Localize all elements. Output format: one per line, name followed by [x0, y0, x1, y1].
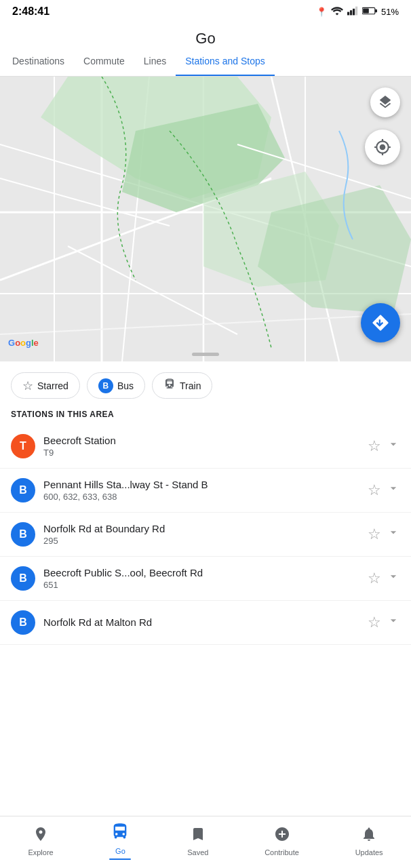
- station-name: Norfolk Rd at Malton Rd: [43, 616, 359, 628]
- nav-item-go[interactable]: Go: [109, 822, 131, 860]
- chip-starred-label: Starred: [37, 380, 68, 391]
- tabs-bar: Destinations Commute Lines Stations and …: [0, 47, 411, 77]
- google-logo: Google: [8, 338, 39, 348]
- svg-rect-3: [355, 6, 357, 15]
- tab-lines[interactable]: Lines: [134, 47, 176, 77]
- nav-saved-label: Saved: [187, 848, 208, 856]
- go-icon: [111, 822, 130, 845]
- chip-train[interactable]: Train: [152, 372, 212, 399]
- nav-item-updates[interactable]: Updates: [355, 826, 383, 856]
- updates-icon: [361, 826, 377, 846]
- chip-starred[interactable]: ☆ Starred: [11, 372, 80, 399]
- expand-button[interactable]: [387, 526, 400, 543]
- app-title: Go: [0, 23, 411, 47]
- location-icon: 📍: [316, 7, 327, 17]
- station-sub: 295: [43, 536, 359, 546]
- svg-rect-6: [363, 8, 369, 13]
- station-actions: ☆: [368, 481, 400, 499]
- nav-go-label: Go: [115, 847, 125, 855]
- map-svg: 🎓: [0, 77, 411, 361]
- star-button[interactable]: ☆: [368, 614, 381, 631]
- station-actions: ☆: [368, 614, 400, 631]
- station-icon-train: T: [11, 434, 35, 458]
- map-area[interactable]: 🎓 Google: [0, 77, 411, 361]
- station-actions: ☆: [368, 570, 400, 587]
- map-drag-handle[interactable]: [192, 353, 219, 356]
- star-button[interactable]: ☆: [368, 570, 381, 587]
- station-name: Pennant Hills Sta...lway St - Stand B: [43, 479, 359, 490]
- star-button[interactable]: ☆: [368, 481, 381, 499]
- chip-train-label: Train: [180, 380, 201, 391]
- filter-chips: ☆ Starred B Bus Train: [0, 361, 411, 407]
- station-info: Pennant Hills Sta...lway St - Stand B 60…: [43, 479, 359, 502]
- tab-stations[interactable]: Stations and Stops: [176, 47, 275, 77]
- station-item: B Norfolk Rd at Boundary Rd 295 ☆: [0, 513, 411, 557]
- nav-item-saved[interactable]: Saved: [187, 826, 208, 856]
- nav-active-indicator: [109, 859, 131, 860]
- svg-rect-2: [353, 8, 355, 15]
- station-item: B Pennant Hills Sta...lway St - Stand B …: [0, 469, 411, 513]
- nav-item-contribute[interactable]: Contribute: [265, 826, 299, 856]
- station-info: Beecroft Station T9: [43, 435, 359, 458]
- station-info: Norfolk Rd at Boundary Rd 295: [43, 523, 359, 546]
- star-outline-icon: ☆: [22, 378, 33, 393]
- saved-icon: [190, 826, 206, 846]
- chip-bus-label: Bus: [117, 380, 134, 391]
- station-icon-bus: B: [11, 478, 35, 502]
- map-layers-button[interactable]: [370, 87, 400, 117]
- explore-icon: [33, 826, 49, 846]
- station-sub: 600, 632, 633, 638: [43, 492, 359, 502]
- station-actions: ☆: [368, 437, 400, 455]
- tab-commute[interactable]: Commute: [74, 47, 134, 77]
- expand-button[interactable]: [387, 437, 400, 455]
- svg-rect-1: [350, 10, 352, 15]
- tab-destinations[interactable]: Destinations: [3, 47, 74, 77]
- station-name: Norfolk Rd at Boundary Rd: [43, 523, 359, 534]
- signal-icon: [347, 6, 358, 18]
- station-icon-bus: B: [11, 566, 35, 591]
- map-locate-button[interactable]: [365, 130, 400, 165]
- station-list: T Beecroft Station T9 ☆ B Pennant Hills …: [0, 425, 411, 645]
- expand-button[interactable]: [387, 614, 400, 631]
- station-item: B Norfolk Rd at Malton Rd ☆: [0, 601, 411, 645]
- chip-bus[interactable]: B Bus: [87, 372, 145, 399]
- status-bar: 2:48:41 📍 51%: [0, 0, 411, 23]
- bus-icon: B: [98, 378, 113, 393]
- station-info: Norfolk Rd at Malton Rd: [43, 616, 359, 629]
- expand-button[interactable]: [387, 570, 400, 587]
- station-item: T Beecroft Station T9 ☆: [0, 425, 411, 469]
- train-icon: [163, 378, 176, 393]
- battery-percent: 51%: [381, 7, 399, 17]
- map-directions-button[interactable]: [361, 303, 400, 342]
- nav-item-explore[interactable]: Explore: [28, 826, 53, 856]
- station-item: B Beecroft Public S...ool, Beecroft Rd 6…: [0, 557, 411, 601]
- contribute-icon: [274, 826, 290, 846]
- wifi-icon: [331, 6, 343, 18]
- station-name: Beecroft Station: [43, 435, 359, 446]
- station-sub: 651: [43, 580, 359, 590]
- nav-explore-label: Explore: [28, 848, 53, 856]
- section-heading: STATIONS IN THIS AREA: [0, 407, 411, 425]
- nav-updates-label: Updates: [355, 848, 383, 856]
- station-name: Beecroft Public S...ool, Beecroft Rd: [43, 567, 359, 578]
- svg-rect-5: [375, 9, 377, 12]
- star-button[interactable]: ☆: [368, 526, 381, 543]
- status-time: 2:48:41: [12, 5, 50, 18]
- nav-contribute-label: Contribute: [265, 848, 299, 856]
- station-info: Beecroft Public S...ool, Beecroft Rd 651: [43, 567, 359, 590]
- star-button[interactable]: ☆: [368, 437, 381, 455]
- bottom-nav: Explore Go Saved Contribute Updates: [0, 816, 411, 868]
- station-icon-bus: B: [11, 610, 35, 635]
- expand-button[interactable]: [387, 481, 400, 499]
- station-icon-bus: B: [11, 522, 35, 547]
- station-sub: T9: [43, 448, 359, 458]
- battery-icon: [362, 7, 377, 17]
- status-icons: 📍 51%: [316, 6, 399, 18]
- svg-rect-0: [347, 12, 349, 15]
- station-actions: ☆: [368, 526, 400, 543]
